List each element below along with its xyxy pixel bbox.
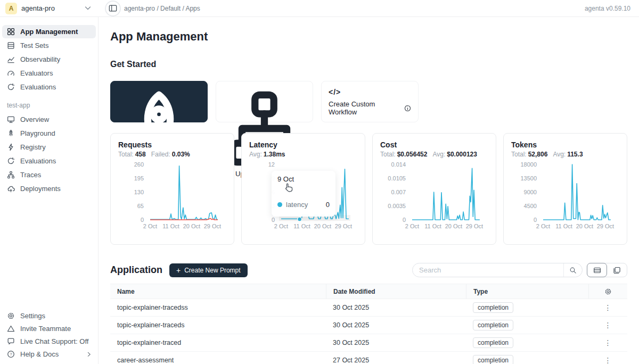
svg-text:2 Oct: 2 Oct [274, 223, 288, 229]
tooltip-series-label: latency [286, 201, 308, 209]
cloud-up-icon [7, 185, 15, 193]
table-header-row: Name Date Modified Type [110, 284, 627, 299]
sidebar-item-evaluations[interactable]: Evaluations [2, 154, 96, 168]
chart-stat: Avg:$0.000123 [432, 151, 477, 158]
sidebar-app-label: test-app [7, 102, 98, 109]
chart-stats: Total:52,806Avg:115.3 [511, 151, 619, 158]
row-menu-button[interactable]: ⋮ [604, 357, 612, 364]
set-up-tracing-card[interactable]: Set Up Tracing [216, 81, 313, 122]
info-icon[interactable] [404, 105, 411, 112]
sidebar-bottom-nav: Settings Invite Teammate Live Chat Suppo… [0, 309, 98, 361]
svg-text:0.0035: 0.0035 [388, 203, 406, 209]
search-button[interactable] [563, 263, 582, 277]
svg-text:20 Oct: 20 Oct [576, 223, 593, 229]
header-name[interactable]: Name [110, 288, 326, 295]
sidebar-item-app-management[interactable]: App Management [2, 25, 96, 38]
sidebar-panel-icon [109, 4, 117, 12]
card-view-button[interactable] [607, 263, 627, 277]
sidebar-main-nav: App Management Test Sets Observability E… [0, 25, 98, 94]
row-menu-button[interactable]: ⋮ [604, 321, 612, 329]
svg-text:9000: 9000 [524, 189, 537, 195]
sidebar-item-settings[interactable]: Settings [2, 310, 96, 322]
get-started-title: Get Started [110, 60, 627, 69]
sidebar-item-live-chat-support-off[interactable]: Live Chat Support: Off [2, 335, 96, 348]
cost-chart-card: Cost Total:$0.056452Avg:$0.0001230.0140.… [372, 133, 496, 245]
monitor-icon [7, 115, 15, 123]
row-menu-button[interactable]: ⋮ [604, 304, 612, 311]
tokens-chart-card: Tokens Total:52,806Avg:115.3180001350090… [503, 133, 627, 245]
svg-text:0: 0 [534, 217, 537, 223]
chart-title: Tokens [511, 140, 619, 149]
plus-icon: + [176, 267, 181, 274]
workspace-switcher[interactable]: A agenta-pro [0, 3, 99, 14]
help-icon: ? [7, 350, 15, 358]
table-view-button[interactable] [587, 263, 607, 277]
svg-text:?: ? [10, 352, 12, 357]
chart-title: Cost [380, 140, 488, 149]
create-new-prompt-button[interactable]: + Create New Prompt [169, 263, 248, 277]
sidebar-item-label: Registry [20, 143, 46, 151]
chart-title: Requests [118, 140, 226, 149]
table-settings-gear-icon[interactable] [604, 288, 612, 295]
application-title: Application [110, 264, 162, 276]
sidebar-item-traces[interactable]: Traces [2, 168, 96, 181]
requests-chart: 2601951306502 Oct11 Oct20 Oct29 Oct [118, 160, 227, 230]
create-custom-workflow-card[interactable]: </> Create Custom Workflow [321, 81, 419, 122]
svg-text:20 Oct: 20 Oct [445, 223, 462, 229]
svg-text:13500: 13500 [520, 175, 537, 181]
header-date-modified[interactable]: Date Modified [326, 284, 466, 299]
row-menu-button[interactable]: ⋮ [604, 339, 612, 346]
sidebar-item-observability[interactable]: Observability [2, 53, 96, 66]
view-toggle [587, 263, 627, 277]
sidebar-item-playground[interactable]: Playground [2, 127, 96, 140]
app-version: agenta v0.59.10 [585, 5, 639, 12]
create-new-prompt-card[interactable]: Create New Prompt [110, 81, 208, 122]
create-button-label: Create New Prompt [184, 267, 240, 274]
svg-text:0: 0 [403, 217, 406, 223]
row-name: career-assessment [110, 357, 326, 364]
table-row[interactable]: career-assessment 27 Oct 2025 completion… [110, 352, 627, 364]
table-row[interactable]: topic-explainer-traceds 30 Oct 2025 comp… [110, 317, 627, 334]
redo-icon [7, 83, 15, 91]
cost-chart: 0.0140.01050.0070.003502 Oct11 Oct20 Oct… [380, 160, 489, 230]
table-icon [7, 42, 15, 49]
bolt-icon [7, 143, 15, 151]
table-row[interactable]: topic-explainer-traced 30 Oct 2025 compl… [110, 334, 627, 352]
tokens-chart: 18000135009000450002 Oct11 Oct20 Oct29 O… [511, 160, 620, 230]
header-type[interactable]: Type [466, 284, 588, 299]
sidebar-item-registry[interactable]: Registry [2, 140, 96, 154]
requests-chart-card: Requests Total:458Failed:0.03%2601951306… [110, 133, 234, 245]
applications-table: Name Date Modified Type topic-explainer-… [110, 284, 627, 364]
grid-icon [7, 28, 15, 36]
sidebar-item-evaluations[interactable]: Evaluations [2, 80, 96, 94]
sidebar-item-invite-teammate[interactable]: Invite Teammate [2, 322, 96, 335]
svg-text:2 Oct: 2 Oct [143, 223, 157, 229]
chart-stat: Avg:115.3 [553, 151, 583, 158]
sidebar-item-overview[interactable]: Overview [2, 113, 96, 126]
top-bar: A agenta-pro agenta-pro / Default / Apps… [0, 0, 639, 17]
sidebar-item-label: Traces [20, 171, 41, 179]
chart-stat: Failed:0.03% [151, 151, 190, 158]
chart-tooltip: 9 Oct latency 0 [272, 171, 335, 217]
sidebar-item-help-docs[interactable]: ? Help & Docs [2, 348, 96, 360]
search-input[interactable] [413, 266, 563, 274]
sidebar-item-evaluators[interactable]: Evaluators [2, 67, 96, 80]
sidebar-toggle-button[interactable] [105, 1, 121, 16]
chevron-down-icon[interactable] [85, 6, 91, 11]
svg-text:29 Oct: 29 Oct [597, 223, 614, 229]
row-date-modified: 30 Oct 2025 [326, 321, 466, 329]
svg-text:29 Oct: 29 Oct [204, 223, 221, 229]
svg-text:11 Oct: 11 Oct [555, 223, 572, 229]
line-chart-icon [7, 55, 15, 63]
table-row[interactable]: topic-explainer-tracedss 30 Oct 2025 com… [110, 299, 627, 317]
svg-text:0.0105: 0.0105 [388, 175, 406, 181]
svg-text:12: 12 [268, 161, 275, 168]
chevron-right-icon [87, 352, 91, 357]
svg-text:29 Oct: 29 Oct [335, 223, 352, 229]
sidebar-item-label: Settings [20, 312, 45, 320]
svg-text:11 Oct: 11 Oct [162, 223, 179, 229]
sidebar-item-deployments[interactable]: Deployments [2, 182, 96, 195]
mouse-cursor-icon [283, 183, 293, 193]
svg-text:11 Oct: 11 Oct [293, 223, 310, 229]
sidebar-item-test-sets[interactable]: Test Sets [2, 39, 96, 52]
